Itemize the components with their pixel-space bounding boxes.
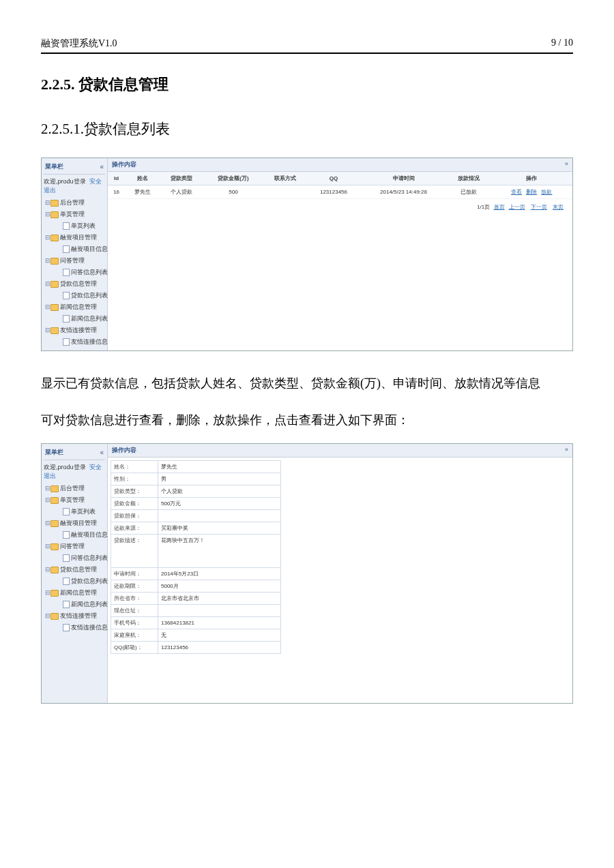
- tree-branch[interactable]: 问答管理: [60, 257, 85, 264]
- tree-leaf[interactable]: 友情连接信息: [71, 624, 108, 631]
- tree-branch[interactable]: 问答管理: [60, 543, 85, 550]
- tree-branch[interactable]: 贷款信息管理: [60, 280, 97, 287]
- page-icon: [63, 508, 70, 515]
- detail-value: 500万元: [158, 498, 281, 510]
- main-pane: 操作内容 « 姓名：梦先生性别：男贷款类型：个人贷款贷款金额：500万元贷款担保…: [108, 444, 572, 703]
- col-header: 放款情况: [447, 172, 491, 185]
- detail-key: 贷款金额：: [111, 498, 158, 510]
- page-icon: [63, 245, 70, 253]
- detail-key: 手机号码：: [111, 617, 158, 629]
- tree-leaf[interactable]: 问答信息列表: [71, 554, 108, 561]
- page-icon: [63, 338, 70, 346]
- doc-title: 融资管理系统V1.0: [41, 38, 117, 50]
- detail-key: 家庭座机：: [111, 629, 158, 642]
- detail-value: 2014年5月23日: [158, 568, 281, 580]
- detail-key: QQ(邮箱)：: [111, 642, 158, 654]
- sidebar-title: 菜单栏: [45, 448, 63, 457]
- folder-icon: [50, 613, 59, 620]
- tree-leaf[interactable]: 问答信息列表: [71, 269, 108, 275]
- disburse-link[interactable]: 放款: [541, 189, 552, 195]
- detail-value: 123123456: [158, 642, 281, 654]
- folder-icon: [50, 211, 59, 218]
- detail-key: 所在省市：: [111, 593, 158, 605]
- col-header: 联系方式: [263, 172, 307, 185]
- detail-key: 申请时间：: [111, 568, 158, 580]
- tree-branch[interactable]: 贷款信息管理: [60, 566, 97, 573]
- folder-icon: [50, 590, 59, 597]
- loan-table: Id姓名贷款类型贷款金额(万)联系方式QQ申请时间放款情况操作 16 梦先生 个…: [108, 172, 572, 199]
- detail-value: [158, 605, 281, 617]
- folder-icon: [50, 485, 59, 492]
- tree-leaf[interactable]: 新闻信息列表: [71, 315, 108, 322]
- tree-leaf[interactable]: 友情连接信息: [71, 338, 108, 345]
- detail-key: 现在住址：: [111, 605, 158, 617]
- tree-branch[interactable]: 融资项目管理: [60, 520, 97, 526]
- col-header: 贷款类型: [160, 172, 203, 185]
- collapse-right-icon[interactable]: «: [565, 446, 568, 455]
- view-link[interactable]: 查看: [511, 189, 522, 195]
- tree-branch[interactable]: 友情连接管理: [60, 327, 97, 333]
- tree-branch[interactable]: 单页管理: [60, 211, 85, 218]
- tree-leaf[interactable]: 融资项目信息: [71, 531, 108, 538]
- tree-leaf[interactable]: 贷款信息列表: [71, 292, 108, 299]
- delete-link[interactable]: 删除: [526, 189, 537, 195]
- detail-key: 还款来源：: [111, 522, 158, 535]
- pager-prev[interactable]: 上一页: [509, 204, 525, 210]
- tree-leaf[interactable]: 单页列表: [71, 222, 96, 229]
- detail-key: 性别：: [111, 473, 158, 485]
- tree-leaf[interactable]: 新闻信息列表: [71, 601, 108, 608]
- tree-branch[interactable]: 融资项目管理: [60, 234, 97, 241]
- detail-value: 梦先生: [158, 461, 281, 473]
- body-text: 可对贷款信息进行查看，删除，放款操作，点击查看进入如下界面：: [41, 407, 573, 434]
- folder-icon: [50, 543, 59, 550]
- collapse-left-icon[interactable]: «: [100, 449, 104, 456]
- main-pane: 操作内容 « Id姓名贷款类型贷款金额(万)联系方式QQ申请时间放款情况操作 1…: [108, 158, 572, 350]
- detail-value: 北京市省北京市: [158, 593, 281, 605]
- folder-icon: [50, 520, 59, 527]
- pager-last[interactable]: 末页: [553, 204, 564, 210]
- tree-root[interactable]: 后台管理: [60, 485, 85, 492]
- page-icon: [63, 531, 70, 539]
- tree-branch[interactable]: 单页管理: [60, 496, 85, 503]
- pager: 1/1页 首页上一页 下一页 末页: [108, 199, 572, 215]
- collapse-right-icon[interactable]: «: [565, 160, 568, 169]
- tree-leaf[interactable]: 单页列表: [71, 508, 96, 515]
- col-header: QQ: [307, 172, 360, 185]
- pager-first[interactable]: 首页: [494, 204, 505, 210]
- folder-icon: [50, 281, 59, 288]
- subsection-heading: 2.2.5.1.贷款信息列表: [41, 119, 573, 138]
- tree-branch[interactable]: 友情连接管理: [60, 612, 97, 619]
- detail-value: [158, 510, 281, 522]
- page-icon: [63, 222, 70, 230]
- tree-branch[interactable]: 新闻信息管理: [60, 589, 97, 596]
- page-icon: [63, 624, 70, 631]
- doc-header: 融资管理系统V1.0 9 / 10: [41, 38, 573, 54]
- detail-value: 无: [158, 629, 281, 642]
- page-icon: [63, 292, 70, 299]
- collapse-left-icon[interactable]: «: [100, 163, 104, 170]
- folder-icon: [50, 567, 59, 573]
- tree-leaf[interactable]: 融资项目信息: [71, 245, 108, 252]
- detail-table: 姓名：梦先生性别：男贷款类型：个人贷款贷款金额：500万元贷款担保：还款来源：买…: [111, 460, 281, 654]
- folder-icon: [50, 327, 59, 334]
- detail-key: 姓名：: [111, 461, 158, 473]
- col-header: 姓名: [125, 172, 160, 185]
- pager-next[interactable]: 下一页: [531, 204, 547, 210]
- tree-branch[interactable]: 新闻信息管理: [60, 303, 97, 310]
- detail-value: 买彩票中奖: [158, 522, 281, 535]
- detail-value: 13684213821: [158, 617, 281, 629]
- tree-leaf[interactable]: 贷款信息列表: [71, 578, 108, 584]
- sidebar: 菜单栏 « 欢迎,produ登录 安全退出 ⊟后台管理⊟单页管理单页列表⊟融资项…: [42, 444, 108, 703]
- detail-key: 贷款担保：: [111, 510, 158, 522]
- detail-value: 5000月: [158, 580, 281, 593]
- folder-icon: [50, 497, 59, 504]
- detail-value: 个人贷款: [158, 485, 281, 498]
- pane-title: 操作内容: [112, 446, 136, 455]
- nav-tree: ⊟后台管理⊟单页管理单页列表⊟融资项目管理融资项目信息⊟问答管理问答信息列表⊟贷…: [44, 197, 105, 348]
- folder-icon: [50, 200, 59, 207]
- detail-key: 贷款描述：: [111, 535, 158, 568]
- tree-root[interactable]: 后台管理: [60, 199, 85, 206]
- folder-icon: [50, 304, 59, 311]
- sidebar-title: 菜单栏: [45, 162, 63, 171]
- page-icon: [63, 269, 70, 276]
